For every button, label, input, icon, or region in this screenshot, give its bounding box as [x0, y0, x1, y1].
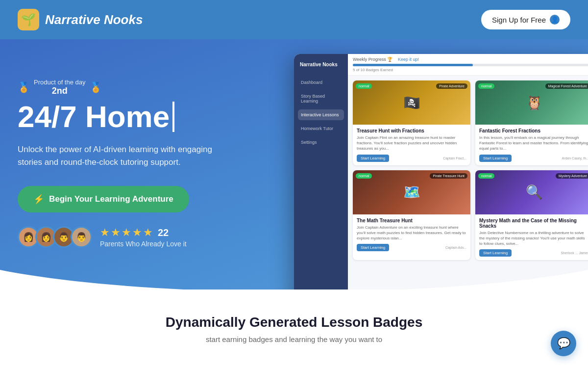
sidebar-dashboard[interactable]: Dashboard — [298, 77, 344, 88]
sidebar-story[interactable]: Story Based Learning — [298, 91, 344, 106]
hero-left: 🏅 Product of the day 2nd 🏅 24/7 Home Unl… — [18, 79, 253, 248]
sidebar-interactive[interactable]: Interactive Lessons — [298, 109, 344, 120]
review-block: ★★★★★ 22 Parents Who Already Love it — [100, 226, 187, 248]
avatar-group: 👩 👩 👨 👨 — [18, 226, 92, 248]
lesson-card-2: 🦉 normal Magical Forest Adventure Fantas… — [475, 80, 588, 165]
lesson-title-2: Fantastic Forest Fractions — [479, 128, 588, 133]
chat-bubble-button[interactable]: 💬 — [551, 331, 576, 356]
progress-area: Weekly Progress 🏆 Keep it up! 5 of 10 Ba… — [348, 54, 588, 76]
badge-prefix: Product of the day — [34, 79, 86, 86]
badge-rank: 2nd — [34, 86, 86, 96]
theme-badge-1: Pirate Adventure — [436, 83, 467, 89]
lesson-desc-1: Join Captain Flint on an amazing treasur… — [357, 135, 466, 152]
badges-earned: 5 of 10 Badges Earned — [353, 68, 588, 72]
lesson-desc-4: Join Detective Numbersome on a thrilling… — [479, 230, 588, 247]
app-logo: Narrative Nooks — [298, 60, 344, 69]
user-icon: 👤 — [550, 15, 560, 25]
signup-label: Sign Up for Free — [492, 16, 546, 24]
lesson-author-2: Arden Casey, th... — [562, 157, 588, 160]
avatar-4: 👨 — [71, 226, 92, 248]
product-badge: 🏅 Product of the day 2nd 🏅 — [18, 79, 102, 96]
progress-label: Weekly Progress 🏆 — [353, 57, 392, 62]
start-btn-2[interactable]: Start Learning — [479, 155, 512, 162]
lesson-author-1: Captain Fract... — [443, 157, 466, 160]
lesson-card-1: 🏴‍☠️ normal Pirate Adventure Treasure Hu… — [353, 80, 470, 165]
laurel-right: 🏅 — [90, 81, 102, 93]
lesson-author-3: Captain Adv... — [445, 246, 466, 249]
review-label: Parents Who Already Love it — [100, 240, 187, 248]
lesson-title-1: Treasure Hunt with Fractions — [357, 128, 466, 133]
lesson-title-4: Mystery Math and the Case of the Missing… — [479, 218, 588, 229]
chat-bubble-icon: 💬 — [557, 337, 570, 350]
sidebar-homework[interactable]: Homework Tutor — [298, 123, 344, 134]
headline-text: 24/7 Home — [18, 100, 170, 133]
star-rating: ★★★★★ — [100, 226, 154, 239]
sidebar-settings[interactable]: Settings — [298, 137, 344, 148]
lesson-author-4: Sherlock ... James — [561, 251, 588, 255]
bottom-section: Dynamically Generated Lesson Badges star… — [0, 289, 588, 368]
social-proof: 👩 👩 👨 👨 ★★★★★ 22 Parents Who Already Lov… — [18, 226, 253, 248]
lesson-thumb-4: 🔍 normal Mystery Adventure — [475, 170, 588, 214]
lesson-thumb-2: 🦉 normal Magical Forest Adventure — [475, 80, 588, 125]
laurel-left: 🏅 — [18, 81, 30, 93]
review-count: 22 — [158, 227, 169, 238]
bottom-subtitle: start earning badges and learning the wa… — [206, 335, 382, 343]
theme-badge-3: Pirate Treasure Hunt — [430, 173, 467, 179]
lesson-badge-4: normal — [478, 173, 494, 179]
header: 🌱 Narrative Nooks Sign Up for Free 👤 — [0, 0, 588, 39]
lesson-desc-2: In this lesson, you'll embark on a magic… — [479, 135, 588, 152]
cta-icon: ⚡ — [33, 194, 44, 205]
start-btn-1[interactable]: Start Learning — [357, 155, 389, 162]
progress-bar-fill — [353, 64, 473, 66]
lesson-badge-3: normal — [356, 173, 372, 179]
logo-area: 🌱 Narrative Nooks — [18, 9, 143, 30]
logo-text: Narrative Nooks — [45, 12, 143, 27]
lesson-desc-3: Join Captain Adventure on an exciting tr… — [357, 225, 466, 241]
lesson-card-4: 🔍 normal Mystery Adventure Mystery Math … — [475, 170, 588, 261]
lesson-badge-1: normal — [356, 83, 372, 89]
lesson-card-3: 🗺️ normal Pirate Treasure Hunt The Math … — [353, 170, 470, 261]
signup-button[interactable]: Sign Up for Free 👤 — [481, 10, 570, 29]
bottom-title: Dynamically Generated Lesson Badges — [166, 315, 422, 330]
lesson-title-3: The Math Treasure Hunt — [357, 218, 466, 223]
theme-badge-2: Magical Forest Adventure — [545, 83, 588, 89]
progress-bar-wrap — [353, 64, 588, 66]
start-btn-4[interactable]: Start Learning — [479, 249, 512, 257]
start-btn-3[interactable]: Start Learning — [357, 244, 389, 251]
theme-badge-4: Mystery Adventure — [556, 173, 588, 179]
cta-label: Begin Your Learning Adventure — [49, 194, 173, 204]
hero-subtext: Unlock the power of AI-driven learning w… — [18, 143, 223, 168]
cta-button[interactable]: ⚡ Begin Your Learning Adventure — [18, 186, 189, 212]
lessons-grid: 🏴‍☠️ normal Pirate Adventure Treasure Hu… — [348, 76, 588, 265]
lesson-thumb-3: 🗺️ normal Pirate Treasure Hunt — [353, 170, 470, 214]
lesson-badge-2: normal — [478, 83, 494, 89]
hero-headline: 24/7 Home — [18, 100, 253, 133]
logo-icon: 🌱 — [18, 9, 39, 30]
progress-sub: Keep it up! — [398, 57, 419, 62]
text-cursor — [172, 102, 174, 132]
lesson-thumb-1: 🏴‍☠️ normal Pirate Adventure — [353, 80, 470, 125]
app-logo-text: Narrative Nooks — [300, 62, 338, 67]
